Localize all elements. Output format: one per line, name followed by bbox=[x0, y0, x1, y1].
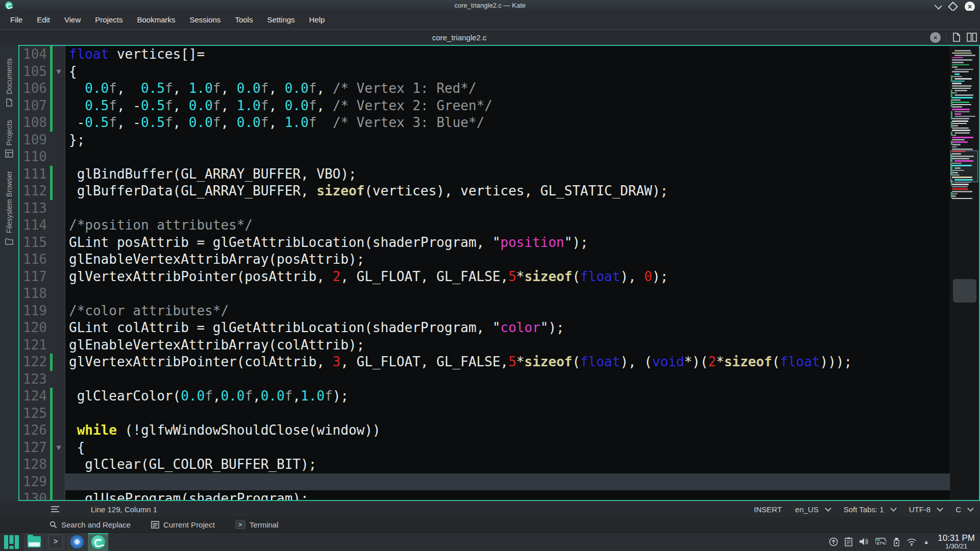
code-line[interactable]: 106 0.0f, 0.5f, 1.0f, 0.0f, 0.0f, /* Ver… bbox=[19, 80, 979, 97]
code-text[interactable]: { bbox=[65, 63, 979, 81]
code-line[interactable]: 113 bbox=[19, 200, 979, 217]
minimap-viewport[interactable] bbox=[950, 151, 978, 182]
code-text[interactable]: GLint colAttrib = glGetAttribLocation(sh… bbox=[65, 319, 979, 337]
code-text[interactable]: /*position attributes*/ bbox=[65, 217, 979, 234]
dictionary-select[interactable]: en_US bbox=[795, 505, 830, 514]
sidebar-item-documents[interactable]: Documents bbox=[5, 58, 13, 107]
clipboard-icon[interactable] bbox=[845, 537, 852, 546]
code-line[interactable]: 124 glClearColor(0.0f,0.0f,0.0f,1.0f); bbox=[19, 388, 979, 405]
code-text[interactable]: glClear(GL_COLOR_BUFFER_BIT); bbox=[65, 456, 979, 473]
toolview-search-replace[interactable]: Search and Replace bbox=[50, 520, 131, 529]
code-line[interactable]: 123 bbox=[19, 371, 979, 388]
window-titlebar[interactable]: core_triangle2.c — Kate × bbox=[0, 0, 980, 11]
code-line[interactable]: 127▼ { bbox=[19, 439, 979, 457]
code-line[interactable]: 112 glBufferData(GL_ARRAY_BUFFER, sizeof… bbox=[19, 183, 979, 200]
code-line[interactable]: 109}; bbox=[19, 132, 979, 149]
code-text[interactable]: float vertices[]= bbox=[65, 46, 979, 63]
close-document-icon[interactable]: × bbox=[930, 32, 941, 43]
sidebar-item-projects[interactable]: Projects bbox=[5, 120, 13, 158]
editor-view[interactable]: 104float vertices[]=105▼{106 0.0f, 0.5f,… bbox=[18, 45, 980, 501]
menu-tools[interactable]: Tools bbox=[228, 11, 260, 29]
code-line[interactable]: 122glVertexAttribPointer(colAttrib, 3, G… bbox=[19, 354, 979, 371]
taskbar-terminal[interactable]: > bbox=[45, 533, 66, 551]
code-line[interactable]: 105▼{ bbox=[19, 63, 979, 81]
code-line[interactable]: 128 glClear(GL_COLOR_BUFFER_BIT); bbox=[19, 456, 979, 473]
code-text[interactable]: GLint posAttrib = glGetAttribLocation(sh… bbox=[65, 234, 979, 252]
code-text[interactable]: glClearColor(0.0f,0.0f,0.0f,1.0f); bbox=[65, 388, 979, 405]
code-line[interactable]: 115GLint posAttrib = glGetAttribLocation… bbox=[19, 234, 979, 252]
code-text[interactable] bbox=[65, 200, 979, 217]
encoding-select[interactable]: UTF-8 bbox=[909, 505, 943, 514]
code-text[interactable]: glEnableVertexAttribArray(colAttrib); bbox=[65, 337, 979, 354]
sidebar-item-filesystem-browser[interactable]: Filesystem Browser bbox=[5, 171, 13, 244]
maximize-icon[interactable] bbox=[948, 2, 958, 12]
menu-projects[interactable]: Projects bbox=[88, 11, 130, 29]
menu-bookmarks[interactable]: Bookmarks bbox=[130, 11, 182, 29]
wifi-icon[interactable] bbox=[906, 538, 917, 546]
split-view-icon[interactable] bbox=[967, 33, 977, 42]
updates-icon[interactable] bbox=[829, 537, 838, 546]
code-text[interactable] bbox=[65, 371, 979, 388]
toolview-terminal[interactable]: > Terminal bbox=[235, 520, 279, 529]
code-line[interactable]: 121glEnableVertexAttribArray(colAttrib); bbox=[19, 337, 979, 354]
code-text[interactable]: 0.0f, 0.5f, 1.0f, 0.0f, 0.0f, /* Vertex … bbox=[65, 80, 979, 97]
code-line[interactable]: 117glVertexAttribPointer(posAttrib, 2, G… bbox=[19, 268, 979, 286]
input-mode[interactable]: INSERT bbox=[754, 505, 782, 514]
code-line[interactable]: 104float vertices[]= bbox=[19, 46, 979, 63]
fold-arrow-icon[interactable]: ▼ bbox=[53, 63, 65, 81]
taskbar-file-manager[interactable] bbox=[24, 533, 44, 551]
syntax-select[interactable]: C bbox=[955, 505, 973, 514]
code-line[interactable]: 110 bbox=[19, 148, 979, 166]
code-line[interactable]: 118 bbox=[19, 285, 979, 303]
code-text[interactable]: glVertexAttribPointer(colAttrib, 3, GL_F… bbox=[65, 354, 979, 371]
code-line[interactable]: 130 glUseProgram(shaderProgram); bbox=[19, 490, 979, 501]
usb-device-icon[interactable] bbox=[893, 537, 900, 546]
code-text[interactable]: glBufferData(GL_ARRAY_BUFFER, sizeof(ver… bbox=[65, 183, 979, 200]
minimap-thumb[interactable] bbox=[953, 279, 976, 303]
menu-view[interactable]: View bbox=[57, 11, 88, 29]
code-line[interactable]: 120GLint colAttrib = glGetAttribLocation… bbox=[19, 319, 979, 337]
digital-clock[interactable]: 10:31 PM 1/30/21 bbox=[938, 534, 975, 549]
taskbar-chromium[interactable] bbox=[67, 533, 87, 551]
code-text[interactable] bbox=[65, 473, 979, 491]
menu-file[interactable]: File bbox=[3, 11, 30, 29]
code-text[interactable]: 0.5f, -0.5f, 0.0f, 1.0f, 0.0f, /* Vertex… bbox=[65, 97, 979, 115]
battery-icon[interactable]: 87% bbox=[875, 537, 887, 546]
code-text[interactable]: glUseProgram(shaderProgram); bbox=[65, 490, 979, 501]
volume-icon[interactable] bbox=[859, 537, 869, 546]
code-line[interactable]: 119/*color attributes*/ bbox=[19, 303, 979, 320]
code-text[interactable]: { bbox=[65, 439, 979, 457]
word-count-icon[interactable] bbox=[51, 505, 59, 514]
code-text[interactable] bbox=[65, 285, 979, 303]
menu-sessions[interactable]: Sessions bbox=[183, 11, 228, 29]
taskbar-kate-active[interactable] bbox=[88, 533, 108, 551]
tray-expand-icon[interactable]: ▲ bbox=[923, 539, 929, 545]
minimap-scrollbar[interactable] bbox=[950, 46, 979, 500]
code-text[interactable]: /*color attributes*/ bbox=[65, 303, 979, 320]
code-text[interactable]: while (!glfwWindowShouldClose(window)) bbox=[65, 422, 979, 439]
code-text[interactable]: -0.5f, -0.5f, 0.0f, 0.0f, 1.0f /* Vertex… bbox=[65, 114, 979, 132]
code-text[interactable] bbox=[65, 148, 979, 166]
code-line[interactable]: 107 0.5f, -0.5f, 0.0f, 1.0f, 0.0f, /* Ve… bbox=[19, 97, 979, 115]
cursor-position[interactable]: Line 129, Column 1 bbox=[91, 505, 157, 514]
code-text[interactable]: glVertexAttribPointer(posAttrib, 2, GL_F… bbox=[65, 268, 979, 286]
new-document-icon[interactable] bbox=[951, 32, 962, 42]
code-text[interactable] bbox=[65, 405, 979, 422]
code-text[interactable]: glBindBuffer(GL_ARRAY_BUFFER, VBO); bbox=[65, 166, 979, 183]
menu-settings[interactable]: Settings bbox=[260, 11, 302, 29]
tab-mode-select[interactable]: Soft Tabs: 1 bbox=[844, 505, 896, 514]
menu-help[interactable]: Help bbox=[302, 11, 332, 29]
menu-edit[interactable]: Edit bbox=[30, 11, 57, 29]
code-line[interactable]: 116glEnableVertexAttribArray(posAttrib); bbox=[19, 251, 979, 268]
code-text[interactable]: glEnableVertexAttribArray(posAttrib); bbox=[65, 251, 979, 268]
code-line[interactable]: 125 bbox=[19, 405, 979, 422]
fold-arrow-icon[interactable]: ▼ bbox=[53, 439, 65, 457]
toolview-current-project[interactable]: Current Project bbox=[151, 520, 215, 529]
code-line[interactable]: 108 -0.5f, -0.5f, 0.0f, 0.0f, 1.0f /* Ve… bbox=[19, 114, 979, 132]
tab-document[interactable]: core_triangle2.c bbox=[0, 30, 919, 45]
code-line[interactable]: 129 bbox=[19, 473, 979, 491]
close-window-icon[interactable]: × bbox=[965, 2, 975, 12]
code-text[interactable]: }; bbox=[65, 132, 979, 149]
code-line[interactable]: 114/*position attributes*/ bbox=[19, 217, 979, 234]
manjaro-menu-icon[interactable] bbox=[4, 535, 19, 549]
